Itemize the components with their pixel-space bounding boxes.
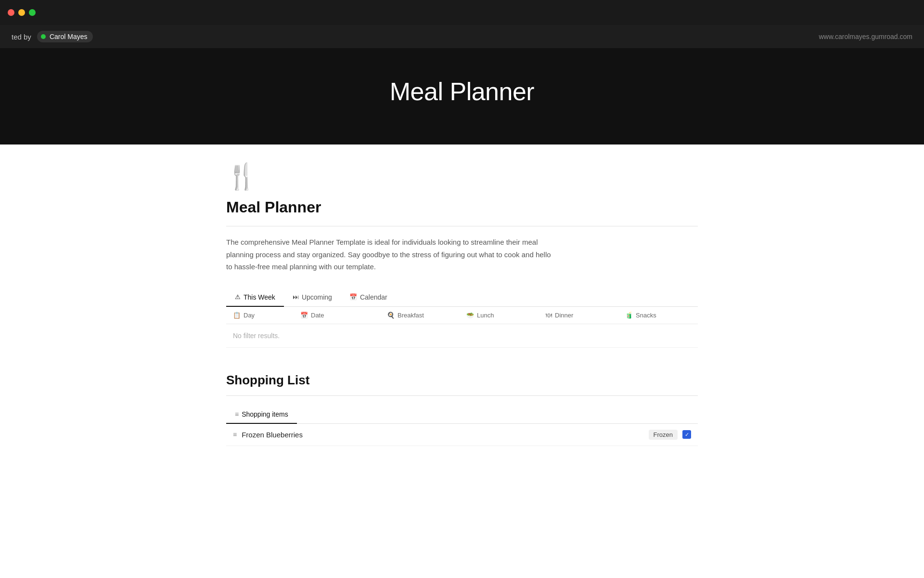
day-col-icon: 📋: [233, 312, 241, 319]
col-snacks: 🧃 Snacks: [618, 307, 698, 324]
meal-tabs: ⚠ This Week ⏭ Upcoming 📅 Calendar: [226, 289, 698, 306]
tab-this-week-label: This Week: [244, 293, 275, 301]
col-dinner: 🍽 Dinner: [539, 307, 618, 324]
maximize-button[interactable]: [29, 9, 36, 16]
tab-upcoming[interactable]: ⏭ Upcoming: [284, 289, 341, 307]
shopping-item-tag: Frozen: [649, 430, 678, 440]
user-badge[interactable]: Carol Mayes: [37, 31, 93, 42]
page-icon-area: 🍴: [226, 164, 698, 189]
date-col-label: Date: [311, 312, 324, 319]
hero-title: Meal Planner: [10, 77, 914, 106]
table-header: 📋 Day 📅 Date 🍳 Breakfast 🥗 Lunch 🍽 Dinne…: [226, 307, 698, 324]
snacks-col-icon: 🧃: [625, 312, 633, 319]
shopping-section-title: Shopping List: [226, 373, 698, 388]
col-breakfast: 🍳 Breakfast: [380, 307, 460, 324]
lunch-col-icon: 🥗: [466, 312, 474, 319]
shopping-item-checkbox[interactable]: ✓: [682, 430, 691, 439]
col-date: 📅 Date: [294, 307, 380, 324]
tab-this-week[interactable]: ⚠ This Week: [226, 289, 284, 307]
minimize-button[interactable]: [18, 9, 25, 16]
date-col-icon: 📅: [300, 312, 308, 319]
meal-tabs-container: ⚠ This Week ⏭ Upcoming 📅 Calendar: [226, 289, 698, 307]
col-lunch: 🥗 Lunch: [460, 307, 539, 324]
main-content: 🍴 Meal Planner The comprehensive Meal Pl…: [197, 144, 727, 475]
page-description: The comprehensive Meal Planner Template …: [226, 236, 553, 273]
traffic-lights: [8, 9, 36, 16]
shopping-tab-icon: ≡: [235, 410, 239, 418]
shopping-item-name: Frozen Blueberries: [242, 431, 303, 439]
user-online-dot: [41, 34, 46, 39]
shopping-tab-label: Shopping items: [242, 410, 288, 418]
dinner-col-label: Dinner: [555, 312, 573, 319]
day-col-label: Day: [244, 312, 255, 319]
shopping-item: ≡ Frozen Blueberries Frozen ✓: [226, 424, 698, 446]
created-by-label: ted by: [12, 33, 31, 41]
shopping-divider: [226, 395, 698, 396]
tab-calendar[interactable]: 📅 Calendar: [341, 289, 396, 307]
tab-upcoming-label: Upcoming: [302, 293, 332, 301]
this-week-icon: ⚠: [235, 293, 241, 301]
list-item-icon: ≡: [233, 431, 237, 438]
user-name: Carol Mayes: [50, 33, 88, 40]
title-divider: [226, 226, 698, 226]
dinner-col-icon: 🍽: [546, 312, 552, 319]
lunch-col-label: Lunch: [477, 312, 494, 319]
col-day: 📋 Day: [226, 307, 294, 324]
calendar-icon: 📅: [349, 293, 357, 301]
titlebar: [0, 0, 924, 25]
hero-section: Meal Planner: [0, 48, 924, 144]
page-title: Meal Planner: [226, 198, 698, 216]
topbar: ted by Carol Mayes www.carolmayes.gumroa…: [0, 25, 924, 48]
tab-shopping-items[interactable]: ≡ Shopping items: [226, 406, 297, 424]
no-results-message: No filter results.: [226, 324, 698, 348]
snacks-col-label: Snacks: [636, 312, 656, 319]
topbar-url: www.carolmayes.gumroad.com: [819, 33, 912, 40]
breakfast-col-label: Breakfast: [398, 312, 424, 319]
shopping-item-right: Frozen ✓: [649, 430, 691, 440]
cutlery-icon: 🍴: [226, 164, 257, 189]
close-button[interactable]: [8, 9, 14, 16]
topbar-left: ted by Carol Mayes: [12, 31, 93, 42]
shopping-tabs: ≡ Shopping items: [226, 406, 698, 424]
upcoming-icon: ⏭: [293, 293, 299, 301]
breakfast-col-icon: 🍳: [387, 312, 395, 319]
tab-calendar-label: Calendar: [360, 293, 387, 301]
shopping-item-left: ≡ Frozen Blueberries: [233, 431, 303, 439]
